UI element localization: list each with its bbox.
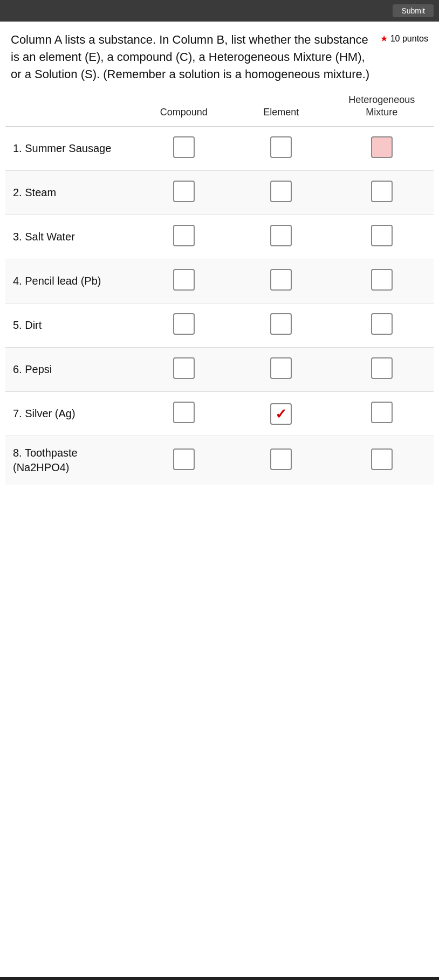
- row-8-compound-cell: ✓: [135, 436, 232, 485]
- row-5-element-cell: ✓: [232, 303, 330, 348]
- row-7-substance: 7. Silver (Ag): [5, 392, 135, 436]
- table-row: 8. Toothpaste (Na2HPO4)✓✓✓: [5, 436, 434, 485]
- row-8-compound-checkbox[interactable]: ✓: [173, 448, 195, 470]
- row-3-element-checkbox[interactable]: ✓: [270, 225, 292, 246]
- row-7-compound-cell: ✓: [135, 392, 232, 436]
- row-1-compound-cell: ✓: [135, 127, 232, 171]
- classification-table: Compound Element HeterogeneousMixture 1.…: [5, 88, 434, 485]
- row-7-element-checkbox[interactable]: ✓: [270, 403, 292, 425]
- row-1-compound-checkbox[interactable]: ✓: [173, 136, 195, 158]
- submit-button[interactable]: Submit: [393, 4, 434, 17]
- row-2-element-checkbox[interactable]: ✓: [270, 181, 292, 202]
- row-1-element-cell: ✓: [232, 127, 330, 171]
- row-2-substance: 2. Steam: [5, 171, 135, 215]
- row-3-hetero-cell: ✓: [330, 215, 434, 259]
- header-section: Column A lists a substance. In Column B,…: [0, 22, 439, 88]
- row-3-compound-checkbox[interactable]: ✓: [173, 225, 195, 246]
- row-8-element-checkbox[interactable]: ✓: [270, 448, 292, 470]
- row-5-compound-cell: ✓: [135, 303, 232, 348]
- row-7-compound-checkbox[interactable]: ✓: [173, 402, 195, 423]
- col-header-substance: [5, 88, 135, 127]
- row-6-element-checkbox[interactable]: ✓: [270, 357, 292, 379]
- row-2-compound-cell: ✓: [135, 171, 232, 215]
- row-8-substance: 8. Toothpaste (Na2HPO4): [5, 436, 135, 485]
- row-4-element-cell: ✓: [232, 259, 330, 303]
- row-6-element-cell: ✓: [232, 348, 330, 392]
- row-4-compound-checkbox[interactable]: ✓: [173, 269, 195, 291]
- row-5-substance: 5. Dirt: [5, 303, 135, 348]
- row-5-hetero-checkbox[interactable]: ✓: [371, 313, 393, 335]
- row-8-element-cell: ✓: [232, 436, 330, 485]
- table-row: 4. Pencil lead (Pb)✓✓✓: [5, 259, 434, 303]
- row-4-substance: 4. Pencil lead (Pb): [5, 259, 135, 303]
- row-7-element-cell: ✓: [232, 392, 330, 436]
- row-3-element-cell: ✓: [232, 215, 330, 259]
- row-1-substance: 1. Summer Sausage: [5, 127, 135, 171]
- row-8-hetero-checkbox[interactable]: ✓: [371, 448, 393, 470]
- row-6-compound-checkbox[interactable]: ✓: [173, 357, 195, 379]
- row-4-compound-cell: ✓: [135, 259, 232, 303]
- row-8-hetero-cell: ✓: [330, 436, 434, 485]
- row-2-element-cell: ✓: [232, 171, 330, 215]
- row-2-compound-checkbox[interactable]: ✓: [173, 181, 195, 202]
- table-row: 3. Salt Water✓✓✓: [5, 215, 434, 259]
- row-7-hetero-checkbox[interactable]: ✓: [371, 402, 393, 423]
- row-5-hetero-cell: ✓: [330, 303, 434, 348]
- row-6-hetero-cell: ✓: [330, 348, 434, 392]
- table-row: 2. Steam✓✓✓: [5, 171, 434, 215]
- row-7-hetero-cell: ✓: [330, 392, 434, 436]
- row-1-element-checkbox[interactable]: ✓: [270, 136, 292, 158]
- row-3-hetero-checkbox[interactable]: ✓: [371, 225, 393, 246]
- points-star: ★: [380, 33, 388, 44]
- points-label: 10 puntos: [390, 34, 428, 44]
- top-bar: Submit: [0, 0, 439, 22]
- row-6-substance: 6. Pepsi: [5, 348, 135, 392]
- bottom-bar: [0, 977, 439, 980]
- row-6-compound-cell: ✓: [135, 348, 232, 392]
- row-2-hetero-cell: ✓: [330, 171, 434, 215]
- table-row: 7. Silver (Ag)✓✓✓: [5, 392, 434, 436]
- row-6-hetero-checkbox[interactable]: ✓: [371, 357, 393, 379]
- row-3-compound-cell: ✓: [135, 215, 232, 259]
- row-3-substance: 3. Salt Water: [5, 215, 135, 259]
- table-row: 5. Dirt✓✓✓: [5, 303, 434, 348]
- row-4-hetero-cell: ✓: [330, 259, 434, 303]
- table-wrapper: Compound Element HeterogeneousMixture 1.…: [0, 88, 439, 485]
- row-1-hetero-checkbox[interactable]: ✓: [371, 136, 393, 158]
- instructions-text: Column A lists a substance. In Column B,…: [11, 31, 375, 83]
- col-header-element: Element: [232, 88, 330, 127]
- row-5-element-checkbox[interactable]: ✓: [270, 313, 292, 335]
- row-5-compound-checkbox[interactable]: ✓: [173, 313, 195, 335]
- row-4-element-checkbox[interactable]: ✓: [270, 269, 292, 291]
- col-header-hetero: HeterogeneousMixture: [330, 88, 434, 127]
- row-2-hetero-checkbox[interactable]: ✓: [371, 181, 393, 202]
- row-4-hetero-checkbox[interactable]: ✓: [371, 269, 393, 291]
- col-header-compound: Compound: [135, 88, 232, 127]
- table-row: 1. Summer Sausage✓✓✓: [5, 127, 434, 171]
- table-row: 6. Pepsi✓✓✓: [5, 348, 434, 392]
- row-1-hetero-cell: ✓: [330, 127, 434, 171]
- points-info: ★ 10 puntos: [380, 31, 428, 44]
